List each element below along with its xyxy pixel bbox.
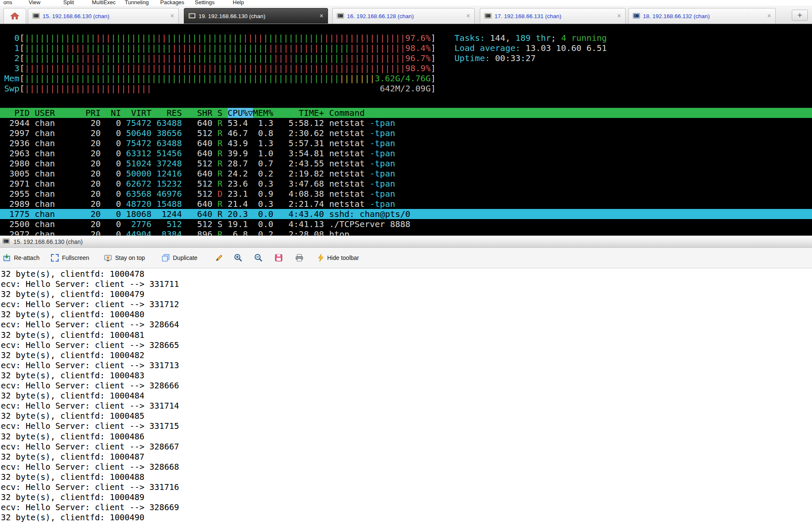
duplicate-button[interactable]: Duplicate — [161, 248, 197, 268]
zoom-out-button[interactable] — [254, 248, 263, 268]
process-row[interactable]: 2936 chan 20 0 75472 63488 640 R 43.9 1.… — [0, 138, 812, 148]
process-row[interactable]: 2971 chan 20 0 62672 15232 512 R 23.6 0.… — [0, 179, 812, 189]
session-icon — [32, 13, 40, 19]
hide-toolbar-button[interactable]: Hide toolbar — [317, 248, 359, 268]
terminal-line: 32 byte(s), clientfd: 1000480 — [1, 310, 812, 320]
terminal-line: 32 byte(s), clientfd: 1000489 — [1, 492, 812, 503]
terminal-line: 32 byte(s), clientfd: 1000481 — [1, 330, 812, 340]
tab-close-icon[interactable]: × — [466, 13, 470, 19]
process-row[interactable]: 2500 chan 20 0 2776 512 512 S 19.1 0.0 4… — [0, 219, 812, 229]
plus-icon: + — [798, 11, 802, 19]
process-row[interactable]: 2955 chan 20 0 63568 46976 512 D 23.1 0.… — [0, 189, 812, 199]
print-button[interactable] — [295, 248, 304, 268]
menu-item-multiexec[interactable]: MultiExec — [92, 0, 116, 5]
menu-item-settings[interactable]: Settings — [195, 0, 215, 5]
session-icon — [484, 13, 492, 19]
terminal-line: 32 byte(s), clientfd: 1000487 — [1, 452, 812, 462]
process-table-header[interactable]: PID USER PRI NI VIRT RES SHR S CPU%▽MEM%… — [0, 108, 812, 118]
cpu2-meter-label: 2 — [4, 53, 19, 63]
header-columns-left: PID USER PRI NI VIRT RES SHR S — [4, 108, 228, 118]
terminal-line: ecv: Hello Server: client --> 331711 — [1, 279, 812, 289]
process-row[interactable]: 2944 chan 20 0 75472 63488 640 R 53.4 1.… — [0, 118, 812, 128]
swp-meter-value: 642M/2.09G — [380, 83, 430, 94]
terminal-line: ecv: Hello Server: client --> 331716 — [1, 482, 812, 492]
header-columns-right: MEM% TIME+ Command — [253, 108, 365, 118]
tab-close-icon[interactable]: × — [320, 13, 323, 19]
uptime-info: Uptime: 00:33:27 — [454, 53, 607, 63]
htop-meters: 0[||||||||||||||||||||||||||||||||||||||… — [4, 33, 436, 94]
zoom-out-icon — [254, 254, 263, 262]
process-row[interactable]: 2989 chan 20 0 48720 15488 640 R 21.4 0.… — [0, 199, 812, 209]
terminal-line: 32 byte(s), clientfd: 1000482 — [1, 350, 812, 361]
duplicate-icon — [161, 254, 170, 262]
tab-label: 19. 192.168.66.130 (chan) — [199, 13, 265, 19]
menu-item-packages[interactable]: Packages — [160, 0, 184, 5]
swp-meter-label: Swp — [4, 83, 19, 94]
zoom-in-icon — [234, 254, 242, 262]
terminal-icon — [3, 238, 10, 245]
new-tab-button[interactable]: + — [792, 10, 808, 21]
fullscreen-button[interactable]: Fullscreen — [51, 248, 89, 268]
cpu0-meter-value: 97.6% — [405, 33, 430, 43]
home-icon — [11, 13, 19, 19]
terminal-line: ecv: Hello Server: client --> 331714 — [1, 401, 812, 411]
session-icon — [188, 13, 196, 19]
stay-on-top-label: Stay on top — [115, 254, 145, 261]
tab-close-icon[interactable]: × — [617, 13, 621, 19]
process-row[interactable]: 3005 chan 20 0 50000 12416 640 R 24.2 0.… — [0, 169, 812, 179]
terminal-line: 32 byte(s), clientfd: 1000479 — [1, 289, 812, 300]
cpu3-meter: 3[||||||||||||||||||||||||||||||||||||||… — [4, 63, 436, 73]
home-tab[interactable] — [3, 8, 26, 24]
cpu1-meter: 1[||||||||||||||||||||||||||||||||||||||… — [4, 43, 436, 53]
stay-on-top-icon — [104, 254, 112, 262]
cpu1-meter-value: 98.4% — [405, 43, 430, 53]
tab-label: 16. 192.168.66.128 (chan) — [347, 13, 414, 19]
stay-on-top-button[interactable]: Stay on top — [104, 248, 145, 268]
terminal-line: 32 byte(s), clientfd: 1000486 — [1, 432, 812, 442]
tab-close-icon[interactable]: × — [170, 13, 174, 19]
terminal-line: 32 byte(s), clientfd: 1000483 — [1, 371, 812, 381]
save-icon — [274, 254, 283, 262]
terminal-output[interactable]: 32 byte(s), clientfd: 1000478ecv: Hello … — [0, 268, 812, 527]
mem-meter-bar: ||||||||||||||||||||||||||||||||||||||||… — [24, 73, 430, 83]
process-row-selected[interactable]: 1775 chan 20 0 18068 1244 640 R 20.3 0.0… — [0, 209, 812, 219]
process-row[interactable]: 2997 chan 20 0 50640 38656 512 R 46.7 0.… — [0, 128, 812, 138]
terminal-line: ecv: Hello Server: client --> 328664 — [1, 320, 812, 330]
duplicate-label: Duplicate — [173, 254, 197, 261]
process-row[interactable]: 2980 chan 20 0 51024 37248 512 R 28.7 0.… — [0, 158, 812, 169]
save-button[interactable] — [274, 248, 283, 268]
cpu0-meter-label: 0 — [4, 33, 19, 43]
tab-session-19[interactable]: 19. 192.168.66.130 (chan)× — [184, 8, 328, 24]
cpu-sort-indicator[interactable]: CPU%▽ — [228, 108, 253, 118]
process-row[interactable]: 2963 chan 20 0 63312 51456 640 R 39.9 1.… — [0, 148, 812, 158]
terminal-line: ecv: Hello Server: client --> 331712 — [1, 300, 812, 310]
menu-item-help[interactable]: Help — [233, 0, 244, 5]
tab-session-15[interactable]: 15. 192.168.66.130 (chan)× — [28, 8, 179, 24]
process-row[interactable]: 2972 chan 20 0 44904 8384 896 R 6.8 0.2 … — [0, 229, 812, 235]
session-icon — [337, 13, 344, 19]
edit-button[interactable] — [215, 248, 223, 268]
re-attach-button[interactable]: Re-attach — [3, 248, 40, 268]
menu-item-ons[interactable]: ons — [3, 0, 12, 5]
tab-session-16[interactable]: 16. 192.168.66.128 (chan)× — [332, 8, 475, 24]
htop-terminal[interactable]: 0[||||||||||||||||||||||||||||||||||||||… — [0, 24, 812, 235]
tab-session-17[interactable]: 17. 192.168.66.131 (chan)× — [480, 8, 626, 24]
terminal-line: ecv: Hello Server: client --> 331713 — [1, 361, 812, 371]
menu-item-split[interactable]: Split — [63, 0, 74, 5]
subwindow-title-bar[interactable]: 15. 192.168.66.130 (chan) — [0, 235, 812, 248]
re-attach-icon — [3, 254, 11, 262]
swp-meter-bar: |||||||||||||||||||||||||642M/2.09G — [24, 83, 430, 94]
menu-item-view[interactable]: View — [29, 0, 40, 5]
tab-close-icon[interactable]: × — [767, 13, 771, 19]
cpu3-meter-bar: ||||||||||||||||||||||||||||||||||||||||… — [24, 63, 430, 73]
tab-label: 18. 192.168.66.132 (chan) — [643, 13, 710, 19]
subwindow-title: 15. 192.168.66.130 (chan) — [13, 238, 83, 245]
cpu0-meter: 0[||||||||||||||||||||||||||||||||||||||… — [4, 33, 436, 43]
tab-session-18[interactable]: 18. 192.168.66.132 (chan)× — [628, 8, 776, 24]
terminal-line: 32 byte(s), clientfd: 1000485 — [1, 411, 812, 421]
zoom-in-button[interactable] — [234, 248, 242, 268]
swp-meter: Swp[|||||||||||||||||||||||||642M/2.09G] — [4, 83, 436, 94]
edit-icon — [215, 254, 223, 262]
menu-item-tunneling[interactable]: Tunneling — [125, 0, 149, 5]
terminal-line: ecv: Hello Server: client --> 328665 — [1, 340, 812, 350]
